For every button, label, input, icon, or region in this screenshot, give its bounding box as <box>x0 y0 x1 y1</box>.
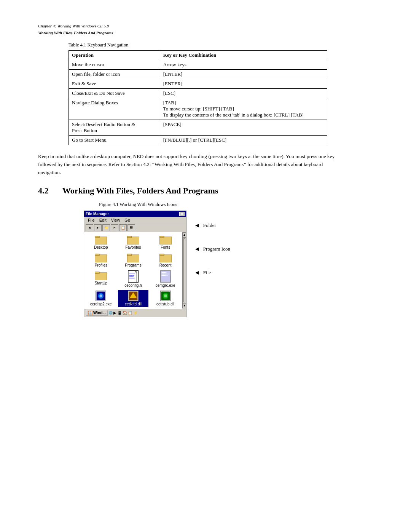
callout-label-program: Program Icon <box>203 246 230 252</box>
scroll-thumb[interactable] <box>183 238 185 302</box>
folder-icon <box>159 252 172 262</box>
table-row: Navigate Dialog Boxes [TAB] To move curs… <box>69 98 327 120</box>
table-row: Close/Exit & Do Not Save [ESC] <box>69 89 327 98</box>
callout-arrow-folder: ◄ <box>194 222 200 229</box>
file-icon-svg <box>161 270 170 283</box>
svg-point-27 <box>100 294 102 297</box>
app-icon-svg <box>161 291 170 301</box>
list-item[interactable]: cetlstub.dll <box>150 290 181 307</box>
win-main: Desktop Favorites <box>84 232 182 308</box>
taskbar-icon-2[interactable]: 📱 <box>117 311 122 315</box>
list-item[interactable]: ceconfig.h <box>118 270 149 288</box>
list-item[interactable]: Profiles <box>86 252 116 268</box>
svg-rect-4 <box>159 237 172 244</box>
list-item[interactable]: Recent <box>150 252 181 268</box>
svg-rect-18 <box>129 276 134 277</box>
start-label: Wind... <box>93 311 106 315</box>
win-titlebar-buttons: × <box>179 212 185 216</box>
file-label: Fonts <box>161 245 170 249</box>
table-row: Exit & Save [ENTER] <box>69 79 327 89</box>
table-row: Open file, folder or icon [ENTER] <box>69 70 327 79</box>
operation-cell: Navigate Dialog Boxes <box>69 98 160 120</box>
menu-go[interactable]: Go <box>122 217 132 223</box>
windows-screenshot: File Manager × File Edit View Go ◄ ► 📁 ✂… <box>84 211 186 317</box>
operation-cell: Close/Exit & Do Not Save <box>69 89 160 98</box>
win-menubar: File Edit View Go <box>84 217 186 224</box>
callout-program-icon: ◄ Program Icon <box>194 246 230 252</box>
file-label: Desktop <box>94 245 108 249</box>
operation-cell: Select/Deselect Radio Button &Press Butt… <box>69 120 160 136</box>
folder-svg <box>95 252 107 262</box>
svg-rect-16 <box>129 274 135 274</box>
program-icon <box>128 270 139 283</box>
toolbar-copy[interactable]: 📋 <box>119 224 127 231</box>
scrollbar[interactable]: ▲ ▼ <box>182 232 186 308</box>
win-toolbar: ◄ ► 📁 ✂ 📋 ☰ <box>84 224 186 232</box>
file-icon <box>160 270 171 283</box>
file-label: ceconfig.h <box>124 283 142 288</box>
list-item[interactable]: StartUp <box>86 270 116 288</box>
folder-icon <box>95 235 107 244</box>
list-item[interactable]: cemgrc.exe <box>150 270 181 288</box>
svg-rect-13 <box>95 272 99 273</box>
figure-container: File Manager × File Edit View Go ◄ ► 📁 ✂… <box>84 211 381 317</box>
svg-rect-19 <box>129 278 135 278</box>
svg-rect-17 <box>129 275 134 275</box>
toolbar-back[interactable]: ◄ <box>86 224 93 231</box>
key-cell: [ENTER] <box>160 70 327 79</box>
start-button[interactable]: 🪟 Wind... <box>86 310 108 316</box>
svg-rect-9 <box>127 254 132 256</box>
callout-label-folder: Folder <box>203 222 216 228</box>
list-item[interactable]: cerdisp2.exe <box>86 290 116 307</box>
file-label: Programs <box>125 263 141 267</box>
menu-file[interactable]: File <box>86 217 97 223</box>
file-label: cemgrc.exe <box>156 283 175 288</box>
toolbar-forward[interactable]: ► <box>94 224 102 231</box>
win-title-text: File Manager <box>86 212 109 216</box>
callout-arrow-program: ◄ <box>194 246 200 252</box>
taskbar-icon-1[interactable]: ▶ <box>113 311 116 315</box>
list-item[interactable]: Favorites <box>118 234 149 250</box>
win-file-grid: Desktop Favorites <box>84 232 182 308</box>
taskbar-icon-4[interactable]: 📋 <box>128 311 132 315</box>
table-row: Go to Start Menu [FN/BLUE][.] or [CTRL][… <box>69 136 327 145</box>
taskbar-icon-5[interactable]: ⚡ <box>133 311 138 315</box>
menu-view[interactable]: View <box>109 217 123 223</box>
svg-rect-3 <box>127 236 132 238</box>
taskbar-separator: 🌐 <box>109 311 113 315</box>
header-meta: Chapter 4: Working With Windows CE 5.0 W… <box>38 23 381 36</box>
list-item[interactable]: Programs <box>118 252 149 268</box>
svg-rect-8 <box>127 255 139 262</box>
section-heading: 4.2 Working With Files, Folders And Prog… <box>38 186 381 196</box>
folder-svg <box>95 270 107 280</box>
list-item[interactable]: Desktop <box>86 234 116 250</box>
close-button[interactable]: × <box>179 212 185 216</box>
operation-cell: Exit & Save <box>69 79 160 89</box>
svg-rect-2 <box>127 237 139 244</box>
folder-svg <box>159 252 172 262</box>
folder-svg <box>127 235 139 244</box>
toolbar-view[interactable]: ☰ <box>127 224 135 231</box>
operation-cell: Move the cursor <box>69 60 160 70</box>
section-number: 4.2 <box>38 186 55 196</box>
toolbar-folder[interactable]: 📁 <box>102 224 110 231</box>
svg-rect-32 <box>164 294 167 297</box>
folder-svg <box>159 235 172 244</box>
taskbar-icon-3[interactable]: 🏠 <box>123 311 127 315</box>
key-cell: Arrow keys <box>160 60 327 70</box>
folder-svg <box>95 235 107 244</box>
menu-edit[interactable]: Edit <box>97 217 109 223</box>
col-header-operation: Operation <box>69 51 160 60</box>
scroll-up-button[interactable]: ▲ <box>183 232 186 238</box>
file-label: Profiles <box>95 263 107 267</box>
key-cell: [FN/BLUE][.] or [CTRL][ESC] <box>160 136 327 145</box>
scroll-down-button[interactable]: ▼ <box>183 303 186 308</box>
list-item[interactable]: cetlkitd.dll <box>118 290 149 307</box>
svg-rect-6 <box>95 255 107 262</box>
program-icon-svg <box>128 270 138 283</box>
toolbar-cut[interactable]: ✂ <box>111 224 118 231</box>
keyboard-nav-table: Operation Key or Key Combination Move th… <box>68 50 327 145</box>
key-cell: [SPACE] <box>160 120 327 136</box>
file-label: Favorites <box>125 245 141 249</box>
list-item[interactable]: Fonts <box>150 234 181 250</box>
